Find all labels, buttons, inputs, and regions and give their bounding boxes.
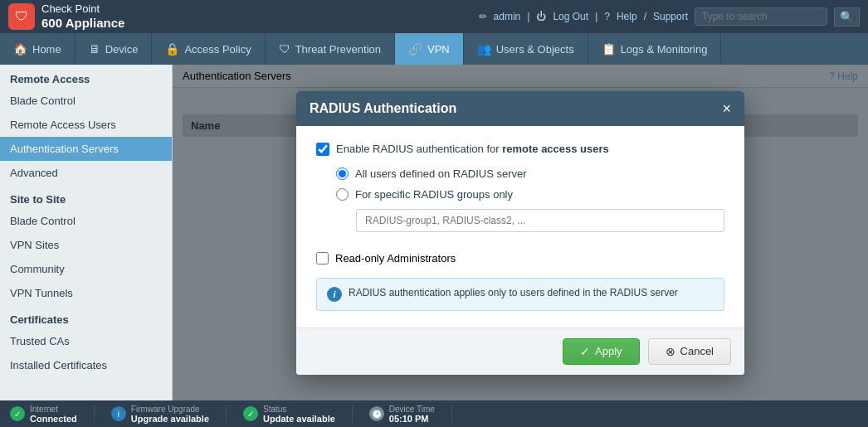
- status-bar: ✓ Internet Connected i Firmware Upgrade …: [0, 400, 868, 427]
- sidebar-section-certificates: Certificates: [0, 305, 172, 329]
- modal-footer: ✓ Apply ⊗ Cancel: [296, 328, 744, 375]
- logo-area: 🛡 Check Point 600 Appliance: [8, 2, 124, 31]
- separator: |: [527, 11, 529, 22]
- update-label: Status: [263, 405, 335, 414]
- logout-icon: ⏻: [536, 11, 546, 22]
- logout-link[interactable]: Log Out: [553, 11, 588, 22]
- sidebar-section-site-to-site: Site to Site: [0, 185, 172, 209]
- specific-groups-label: For specific RADIUS groups only: [355, 188, 513, 201]
- sidebar-item-vpn-tunnels[interactable]: VPN Tunnels: [0, 281, 172, 305]
- clock-icon: 🕐: [369, 406, 384, 421]
- help-link[interactable]: Help: [617, 11, 637, 22]
- groups-input[interactable]: [356, 209, 724, 232]
- admin-link[interactable]: admin: [494, 11, 521, 22]
- sidebar-item-authentication-servers[interactable]: Authentication Servers: [0, 137, 172, 161]
- all-users-radio[interactable]: [336, 167, 349, 180]
- info-text: RADIUS authentication applies only to us…: [349, 287, 678, 298]
- sidebar-item-vpn-sites[interactable]: VPN Sites: [0, 233, 172, 257]
- tab-threat-prevention-label: Threat Prevention: [295, 43, 381, 56]
- vpn-icon: 🔗: [408, 42, 422, 56]
- top-bar: 🛡 Check Point 600 Appliance ✏ admin | ⏻ …: [0, 0, 868, 33]
- content-area: Authentication Servers ? Help Name RADIU…: [173, 65, 868, 400]
- app-logo-icon: 🛡: [8, 3, 35, 30]
- tab-access-policy-label: Access Policy: [184, 43, 251, 56]
- apply-button[interactable]: ✓ Apply: [563, 338, 640, 365]
- all-users-radio-row: All users defined on RADIUS server: [336, 167, 724, 180]
- internet-status-text: Internet Connected: [30, 405, 77, 424]
- search-input[interactable]: [695, 7, 827, 26]
- info-row: i RADIUS authentication applies only to …: [316, 278, 724, 311]
- separator2: |: [595, 11, 597, 22]
- modal-header: RADIUS Authentication ×: [296, 91, 744, 126]
- cancel-icon: ⊗: [666, 345, 675, 358]
- user-scope-radio-group: All users defined on RADIUS server For s…: [336, 167, 724, 242]
- sidebar-item-community[interactable]: Community: [0, 257, 172, 281]
- update-status-text: Status Update available: [263, 405, 335, 424]
- tab-vpn[interactable]: 🔗 VPN: [395, 33, 464, 65]
- internet-value: Connected: [30, 414, 77, 424]
- device-time-label: Device Time: [389, 405, 435, 414]
- apply-icon: ✓: [580, 345, 590, 358]
- sidebar-section-remote-access: Remote Access: [0, 65, 172, 89]
- tab-logs-monitoring-label: Logs & Monitoring: [621, 43, 708, 56]
- readonly-admins-row: Read-only Administrators: [316, 252, 724, 264]
- specific-groups-radio[interactable]: [336, 188, 349, 201]
- support-link[interactable]: Support: [653, 11, 688, 22]
- main-layout: Remote Access Blade Control Remote Acces…: [0, 65, 868, 400]
- search-button[interactable]: 🔍: [834, 7, 860, 27]
- cancel-button[interactable]: ⊗ Cancel: [648, 338, 731, 365]
- update-status-icon: ✓: [243, 406, 258, 421]
- logs-monitoring-icon: 📋: [602, 42, 616, 56]
- firmware-value: Upgrade available: [131, 414, 209, 424]
- modal-close-button[interactable]: ×: [722, 101, 731, 116]
- status-internet: ✓ Internet Connected: [10, 405, 95, 424]
- access-policy-icon: 🔒: [165, 42, 179, 56]
- specific-groups-radio-row: For specific RADIUS groups only: [336, 188, 724, 201]
- threat-prevention-icon: 🛡: [279, 42, 290, 56]
- sidebar-item-blade-control-sts[interactable]: Blade Control: [0, 209, 172, 233]
- sidebar-item-trusted-cas[interactable]: Trusted CAs: [0, 329, 172, 353]
- nav-tabs: 🏠 Home 🖥 Device 🔒 Access Policy 🛡 Threat…: [0, 33, 868, 65]
- status-device-time: 🕐 Device Time 05:10 PM: [353, 405, 452, 424]
- info-icon: i: [327, 287, 342, 302]
- enable-radius-checkbox[interactable]: [316, 143, 329, 156]
- enable-radius-label: Enable RADIUS authentication for remote …: [336, 143, 609, 155]
- tab-users-objects[interactable]: 👥 Users & Objects: [464, 33, 588, 65]
- all-users-label: All users defined on RADIUS server: [355, 167, 527, 180]
- brand-name: Check Point: [41, 2, 124, 16]
- enable-radius-row: Enable RADIUS authentication for remote …: [316, 143, 724, 156]
- apply-label: Apply: [595, 345, 622, 357]
- sidebar-item-blade-control-ra[interactable]: Blade Control: [0, 89, 172, 113]
- device-time-text: Device Time 05:10 PM: [389, 405, 435, 424]
- readonly-admins-label: Read-only Administrators: [335, 252, 456, 264]
- tab-logs-monitoring[interactable]: 📋 Logs & Monitoring: [588, 33, 722, 65]
- tab-device[interactable]: 🖥 Device: [76, 33, 153, 65]
- sidebar-item-remote-access-users[interactable]: Remote Access Users: [0, 113, 172, 137]
- top-bar-right: ✏ admin | ⏻ Log Out | ? Help / Support 🔍: [479, 7, 860, 27]
- home-icon: 🏠: [13, 42, 27, 56]
- firmware-label: Firmware Upgrade: [131, 405, 209, 414]
- tab-users-objects-label: Users & Objects: [496, 43, 574, 56]
- modal-title: RADIUS Authentication: [310, 101, 456, 116]
- tab-device-label: Device: [105, 43, 139, 56]
- internet-status-icon: ✓: [10, 406, 25, 421]
- status-firmware: i Firmware Upgrade Upgrade available: [95, 405, 227, 424]
- model-name: 600 Appliance: [41, 16, 124, 31]
- slash: /: [644, 11, 646, 22]
- readonly-admins-checkbox[interactable]: [316, 252, 329, 264]
- firmware-status-text: Firmware Upgrade Upgrade available: [131, 405, 209, 424]
- internet-label: Internet: [30, 405, 77, 414]
- edit-icon: ✏: [479, 11, 487, 22]
- modal-body: Enable RADIUS authentication for remote …: [296, 126, 744, 328]
- cancel-label: Cancel: [680, 345, 714, 357]
- tab-home[interactable]: 🏠 Home: [0, 33, 76, 65]
- device-icon: 🖥: [89, 42, 100, 56]
- users-objects-icon: 👥: [477, 42, 491, 56]
- modal-dialog: RADIUS Authentication × Enable RADIUS au…: [296, 91, 744, 375]
- update-value: Update available: [263, 414, 335, 424]
- sidebar-item-advanced[interactable]: Advanced: [0, 161, 172, 185]
- modal-overlay: RADIUS Authentication × Enable RADIUS au…: [173, 65, 868, 400]
- sidebar-item-installed-certificates[interactable]: Installed Certificates: [0, 353, 172, 377]
- tab-threat-prevention[interactable]: 🛡 Threat Prevention: [266, 33, 395, 65]
- tab-access-policy[interactable]: 🔒 Access Policy: [152, 33, 265, 65]
